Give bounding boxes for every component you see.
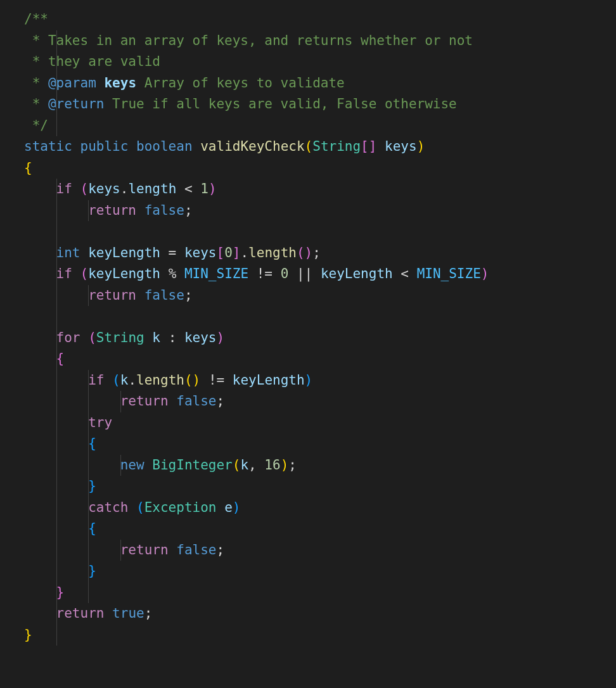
code-token: false bbox=[144, 288, 184, 303]
code-token: } bbox=[88, 563, 96, 578]
code-line: * @return True if all keys are valid, Fa… bbox=[24, 96, 457, 111]
code-token: = bbox=[160, 245, 184, 260]
code-token bbox=[80, 245, 89, 260]
code-token bbox=[144, 457, 153, 473]
code-line: int keyLength = keys[0].length(); bbox=[24, 245, 321, 260]
code-token: [] bbox=[361, 139, 376, 154]
code-token: != bbox=[200, 373, 233, 388]
code-token: for bbox=[56, 330, 80, 345]
code-line: for (String k : keys) bbox=[24, 330, 224, 345]
code-token: validKeyCheck bbox=[200, 139, 304, 154]
code-token: ) bbox=[209, 181, 217, 196]
code-line: new BigInteger(k, 16); bbox=[24, 457, 297, 473]
code-token: length bbox=[128, 181, 176, 196]
code-token bbox=[96, 75, 105, 91]
code-token: [ bbox=[216, 245, 224, 260]
code-token: MIN_SIZE bbox=[184, 266, 248, 281]
code-token bbox=[72, 181, 80, 196]
code-token: ; bbox=[288, 457, 297, 473]
code-token: True if all keys are valid, False otherw… bbox=[104, 96, 456, 111]
code-line: catch (Exception e) bbox=[24, 500, 240, 515]
code-token: ; bbox=[144, 606, 153, 621]
code-line: * they are valid bbox=[24, 54, 160, 69]
code-token: != bbox=[248, 266, 281, 281]
code-line: return false; bbox=[24, 203, 193, 218]
code-token: keyLength bbox=[233, 373, 305, 388]
code-token: @return bbox=[48, 96, 105, 111]
code-token: String bbox=[96, 330, 144, 345]
code-token: % bbox=[160, 266, 184, 281]
code-token: if bbox=[88, 373, 104, 388]
code-token: length bbox=[248, 245, 297, 260]
code-token: . bbox=[128, 373, 136, 388]
code-token: . bbox=[240, 245, 248, 260]
code-line: } bbox=[24, 585, 64, 600]
code-token: false bbox=[144, 203, 184, 218]
code-token: 0 bbox=[224, 245, 233, 260]
code-token: () bbox=[297, 245, 312, 260]
code-token: ) bbox=[217, 330, 225, 345]
code-token: , bbox=[248, 457, 264, 473]
code-token: ) bbox=[281, 457, 289, 473]
code-token: keyLength bbox=[88, 245, 160, 260]
code-token: catch bbox=[88, 500, 128, 515]
code-token: false bbox=[176, 542, 216, 557]
code-token: keys bbox=[104, 75, 136, 91]
code-token: keys bbox=[385, 139, 417, 154]
code-token: } bbox=[88, 478, 96, 494]
code-token: ( bbox=[80, 181, 89, 196]
code-token: keyLength bbox=[321, 266, 393, 281]
code-token: BigInteger bbox=[152, 457, 232, 473]
code-token: ; bbox=[184, 288, 193, 303]
code-token: new bbox=[120, 457, 144, 473]
code-token: < bbox=[393, 266, 417, 281]
code-token: true bbox=[112, 606, 144, 621]
code-token: ; bbox=[216, 542, 224, 557]
code-line: } bbox=[24, 563, 96, 578]
code-token: Array of keys to validate bbox=[136, 75, 345, 91]
code-line: return true; bbox=[24, 606, 152, 621]
code-token: : bbox=[160, 330, 184, 345]
code-token bbox=[128, 500, 136, 515]
code-token: ( bbox=[88, 330, 96, 345]
code-line: return false; bbox=[24, 542, 224, 557]
code-token bbox=[136, 288, 144, 303]
code-token: length bbox=[136, 373, 184, 388]
code-token: public bbox=[80, 139, 129, 154]
code-token: return bbox=[88, 288, 136, 303]
code-token: keys bbox=[184, 330, 217, 345]
code-token: * bbox=[24, 96, 48, 111]
code-token bbox=[128, 139, 136, 154]
code-token bbox=[72, 266, 80, 281]
code-line: return false; bbox=[24, 393, 224, 409]
code-token: ; bbox=[312, 245, 321, 260]
code-token: { bbox=[88, 521, 96, 536]
code-line: static public boolean validKeyCheck(Stri… bbox=[24, 139, 425, 154]
code-token: * Takes in an array of keys, and returns… bbox=[24, 33, 473, 48]
code-line: if (keyLength % MIN_SIZE != 0 || keyLeng… bbox=[24, 266, 489, 281]
code-token bbox=[216, 500, 224, 515]
code-token: try bbox=[88, 415, 112, 430]
code-line: { bbox=[24, 160, 32, 175]
code-token: ) bbox=[417, 139, 425, 154]
code-token: ; bbox=[184, 203, 193, 218]
code-token: int bbox=[56, 245, 80, 260]
code-token: return bbox=[120, 393, 169, 409]
code-token: * bbox=[24, 75, 48, 91]
code-token: keyLength bbox=[88, 266, 160, 281]
code-line: } bbox=[24, 478, 96, 494]
code-token: ( bbox=[136, 500, 144, 515]
code-token: } bbox=[24, 627, 32, 642]
code-token: if bbox=[56, 266, 72, 281]
code-token: ; bbox=[216, 393, 224, 409]
code-token: String bbox=[312, 139, 361, 154]
code-token: < bbox=[176, 181, 200, 196]
code-token: keys bbox=[88, 181, 120, 196]
code-token: * they are valid bbox=[24, 54, 160, 69]
code-token: 1 bbox=[200, 181, 209, 196]
code-token: 16 bbox=[264, 457, 280, 473]
code-line: * @param keys Array of keys to validate bbox=[24, 75, 345, 91]
code-token: ( bbox=[233, 457, 241, 473]
code-token: ( bbox=[112, 373, 120, 388]
code-line: return false; bbox=[24, 288, 193, 303]
